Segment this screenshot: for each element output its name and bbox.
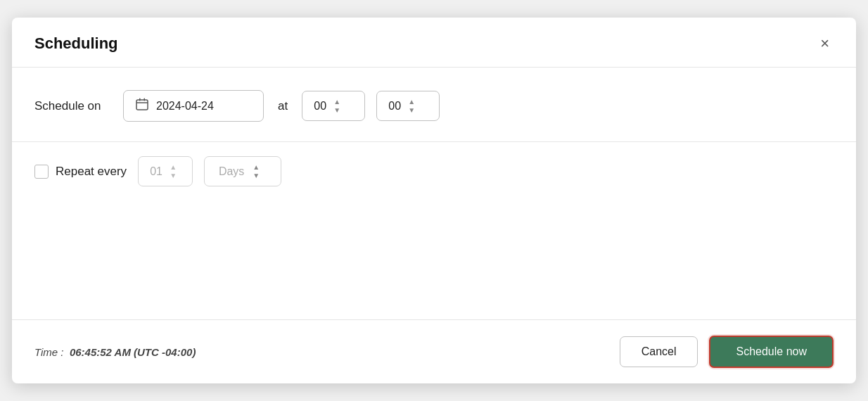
date-input[interactable]: 2024-04-24	[123, 90, 264, 122]
minute-up-arrow[interactable]: ▲	[408, 98, 415, 106]
dialog-title: Scheduling	[34, 34, 118, 53]
cancel-button[interactable]: Cancel	[620, 336, 698, 367]
repeat-section: Repeat every 01 ▲ ▼ Days ▲ ▼	[12, 142, 856, 206]
time-info: Time : 06:45:52 AM (UTC -04:00)	[34, 346, 196, 358]
time-label: Time :	[34, 346, 64, 358]
interval-down-arrow[interactable]: ▼	[170, 172, 177, 179]
svg-rect-2	[144, 98, 146, 101]
unit-up-arrow[interactable]: ▲	[253, 163, 260, 171]
unit-spinbox[interactable]: Days ▲ ▼	[204, 156, 281, 186]
schedule-on-label: Schedule on	[34, 99, 112, 113]
minute-spinbox[interactable]: 00 ▲ ▼	[376, 91, 440, 121]
hour-spin-arrows[interactable]: ▲ ▼	[333, 98, 340, 114]
minute-down-arrow[interactable]: ▼	[408, 106, 415, 114]
interval-up-arrow[interactable]: ▲	[170, 163, 177, 171]
svg-rect-1	[139, 98, 141, 101]
calendar-icon	[135, 97, 149, 115]
footer-buttons: Cancel Schedule now	[620, 336, 834, 368]
date-value: 2024-04-24	[156, 100, 214, 113]
dialog-footer: Time : 06:45:52 AM (UTC -04:00) Cancel S…	[12, 319, 856, 383]
interval-value: 01	[148, 165, 164, 178]
unit-spin-arrows[interactable]: ▲ ▼	[253, 163, 260, 179]
hour-value: 00	[312, 100, 328, 113]
minute-spin-arrows[interactable]: ▲ ▼	[408, 98, 415, 114]
time-value: 06:45:52 AM (UTC -04:00)	[70, 346, 196, 358]
schedule-on-section: Schedule on 2024-04-24 at 00 ▲ ▼	[12, 68, 856, 141]
close-button[interactable]: ×	[816, 34, 834, 53]
interval-spinbox[interactable]: 01 ▲ ▼	[138, 156, 193, 186]
repeat-checkbox-wrapper: Repeat every	[34, 165, 127, 179]
scheduling-dialog: Scheduling × Schedule on 2024-04-24 at 0…	[12, 18, 856, 383]
dialog-header: Scheduling ×	[12, 18, 856, 67]
repeat-checkbox[interactable]	[34, 165, 49, 179]
unit-down-arrow[interactable]: ▼	[253, 172, 260, 179]
interval-spin-arrows[interactable]: ▲ ▼	[170, 163, 177, 179]
schedule-now-button[interactable]: Schedule now	[709, 336, 834, 368]
hour-down-arrow[interactable]: ▼	[333, 106, 340, 114]
svg-rect-0	[136, 100, 148, 110]
at-label: at	[278, 99, 288, 113]
repeat-label: Repeat every	[56, 165, 127, 179]
hour-up-arrow[interactable]: ▲	[333, 98, 340, 106]
hour-spinbox[interactable]: 00 ▲ ▼	[302, 91, 365, 121]
minute-value: 00	[387, 100, 402, 113]
unit-value: Days	[216, 165, 247, 178]
